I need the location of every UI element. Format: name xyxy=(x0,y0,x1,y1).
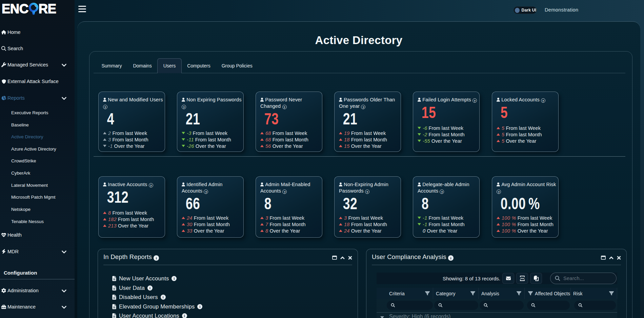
svg-text:xlsx: xlsx xyxy=(520,277,524,279)
